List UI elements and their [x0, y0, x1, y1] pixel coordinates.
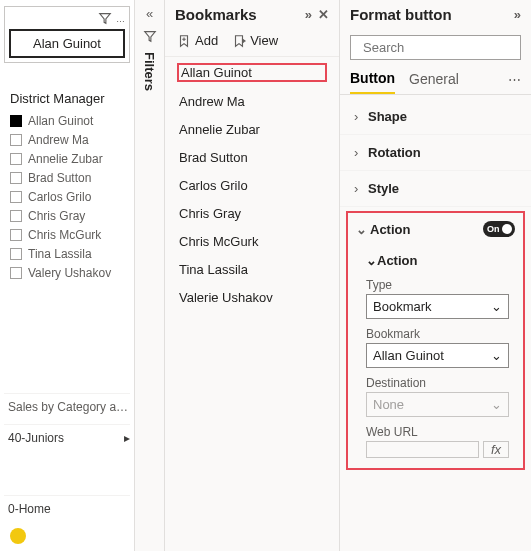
type-label: Type: [366, 278, 509, 292]
bookmarks-pane: Bookmarks » ✕ Add View Allan Guinot Andr…: [165, 0, 340, 551]
chevron-down-icon: ⌄: [491, 348, 502, 363]
bookmark-view-icon: [232, 34, 246, 48]
checkbox-icon[interactable]: [10, 267, 22, 279]
format-search[interactable]: [350, 35, 521, 60]
slicer-item[interactable]: Chris McGurk: [10, 228, 124, 242]
bookmark-item[interactable]: Carlos Grilo: [177, 177, 327, 194]
subsection-action[interactable]: ⌄ Action: [348, 243, 523, 274]
slicer-item-label: Annelie Zubar: [28, 152, 103, 166]
type-select[interactable]: Bookmark ⌄: [366, 294, 509, 319]
checkbox-icon[interactable]: [10, 210, 22, 222]
section-shape[interactable]: ›Shape: [340, 99, 531, 135]
report-canvas: … Alan Guinot District Manager Allan Gui…: [0, 0, 135, 551]
filter-icon[interactable]: [143, 29, 157, 46]
format-pane-title: Format button: [350, 6, 508, 23]
slicer-item-label: Chris McGurk: [28, 228, 101, 242]
slicer-item[interactable]: Annelie Zubar: [10, 152, 124, 166]
slicer-item-label: Carlos Grilo: [28, 190, 91, 204]
slicer-item[interactable]: Brad Sutton: [10, 171, 124, 185]
action-toggle[interactable]: On: [483, 221, 515, 237]
checkbox-icon[interactable]: [10, 229, 22, 241]
chevron-down-icon: ⌄: [356, 222, 370, 237]
canvas-button-label[interactable]: Alan Guinot: [9, 29, 125, 58]
tabs-more-icon[interactable]: ⋯: [508, 72, 521, 93]
section-rotation[interactable]: ›Rotation: [340, 135, 531, 171]
chevron-right-icon: ›: [354, 181, 368, 196]
format-search-input[interactable]: [363, 40, 531, 55]
mini-visual-home[interactable]: 0-Home: [4, 495, 130, 526]
chevron-down-icon: ⌄: [491, 397, 502, 412]
bookmark-add-button[interactable]: Add: [177, 33, 218, 48]
action-section-highlight: ⌄ Action On ⌄ Action Type Bookmark ⌄: [346, 211, 525, 470]
bookmark-label: Bookmark: [366, 327, 509, 341]
weburl-label: Web URL: [366, 425, 509, 439]
data-point-icon: [10, 528, 26, 544]
checkbox-icon[interactable]: [10, 153, 22, 165]
visual-more-icon[interactable]: …: [116, 14, 125, 24]
slicer-item-label: Valery Ushakov: [28, 266, 111, 280]
slicer-item-label: Chris Gray: [28, 209, 85, 223]
slicer-item-label: Andrew Ma: [28, 133, 89, 147]
destination-label: Destination: [366, 376, 509, 390]
tab-general[interactable]: General: [409, 71, 459, 93]
visual-filter-icon[interactable]: [98, 11, 112, 27]
slicer-item-label: Brad Sutton: [28, 171, 91, 185]
popout-icon[interactable]: »: [514, 7, 521, 22]
bookmark-add-icon: [177, 34, 191, 48]
checkbox-icon[interactable]: [10, 115, 22, 127]
section-action[interactable]: ⌄ Action On: [348, 213, 523, 243]
bookmark-item[interactable]: Tina Lassila: [177, 261, 327, 278]
format-pane: Format button » Button General ⋯ ›Shape …: [340, 0, 531, 551]
chevron-right-icon: ›: [354, 109, 368, 124]
slicer-item-label: Tina Lassila: [28, 247, 92, 261]
chevron-down-icon: ⌄: [366, 253, 377, 268]
bookmark-item[interactable]: Andrew Ma: [177, 93, 327, 110]
fx-button[interactable]: fx: [483, 441, 509, 458]
section-style[interactable]: ›Style: [340, 171, 531, 207]
bookmark-item[interactable]: Valerie Ushakov: [177, 289, 327, 306]
chevron-down-icon: ⌄: [491, 299, 502, 314]
bookmark-select[interactable]: Allan Guinot ⌄: [366, 343, 509, 368]
close-icon[interactable]: ✕: [318, 7, 329, 22]
canvas-button-visual[interactable]: … Alan Guinot: [4, 6, 130, 63]
mini-visual-juniors[interactable]: 40-Juniors▸: [4, 424, 130, 455]
chevron-right-icon[interactable]: ▸: [124, 431, 130, 445]
checkbox-icon[interactable]: [10, 172, 22, 184]
checkbox-icon[interactable]: [10, 191, 22, 203]
popout-icon[interactable]: »: [305, 7, 312, 22]
expand-pane-icon[interactable]: «: [146, 6, 153, 21]
checkbox-icon[interactable]: [10, 248, 22, 260]
slicer-item[interactable]: Andrew Ma: [10, 133, 124, 147]
slicer-item[interactable]: Valery Ushakov: [10, 266, 124, 280]
weburl-input: [366, 441, 479, 458]
slicer-item[interactable]: Carlos Grilo: [10, 190, 124, 204]
chevron-right-icon: ›: [354, 145, 368, 160]
destination-select: None ⌄: [366, 392, 509, 417]
slicer-item[interactable]: Allan Guinot: [10, 114, 124, 128]
district-manager-slicer: District Manager Allan Guinot Andrew Ma …: [4, 91, 130, 285]
bookmark-item[interactable]: Chris Gray: [177, 205, 327, 222]
slicer-item[interactable]: Chris Gray: [10, 209, 124, 223]
bookmark-item[interactable]: Allan Guinot: [177, 63, 327, 82]
bookmark-view-button[interactable]: View: [232, 33, 278, 48]
bookmark-item[interactable]: Chris McGurk: [177, 233, 327, 250]
bookmarks-pane-title: Bookmarks: [175, 6, 299, 23]
filters-pane-collapsed[interactable]: « Filters: [135, 0, 165, 551]
tab-button[interactable]: Button: [350, 70, 395, 94]
slicer-item-label: Allan Guinot: [28, 114, 93, 128]
slicer-title: District Manager: [10, 91, 124, 106]
bookmark-item[interactable]: Annelie Zubar: [177, 121, 327, 138]
mini-visual-sales[interactable]: Sales by Category a…: [4, 393, 130, 424]
bookmark-item[interactable]: Brad Sutton: [177, 149, 327, 166]
filters-rail-label: Filters: [142, 52, 157, 91]
checkbox-icon[interactable]: [10, 134, 22, 146]
slicer-item[interactable]: Tina Lassila: [10, 247, 124, 261]
